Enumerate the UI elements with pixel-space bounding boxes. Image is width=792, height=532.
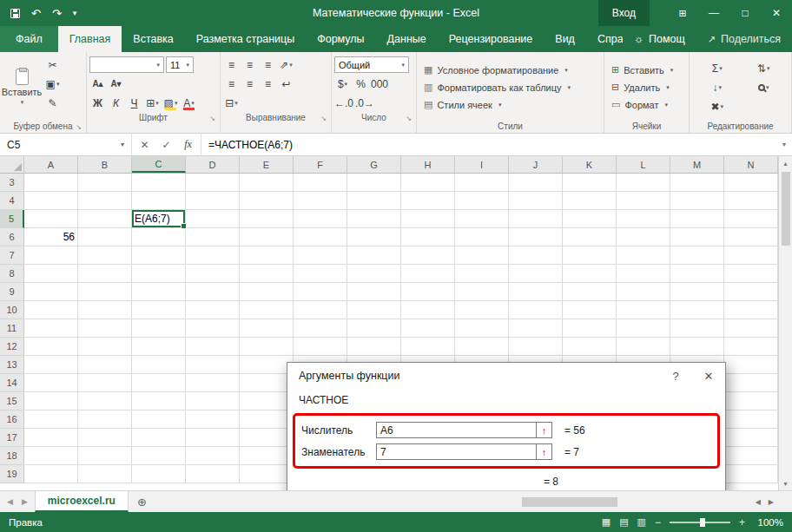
cell-A10[interactable]: [24, 301, 78, 319]
cell-I4[interactable]: [455, 192, 509, 210]
cell-N14[interactable]: [724, 374, 778, 392]
cell-E6[interactable]: [240, 228, 294, 246]
cell-H5[interactable]: [401, 210, 455, 228]
cancel-entry-icon[interactable]: ✕: [134, 139, 155, 151]
cell-M10[interactable]: [670, 301, 724, 319]
cell-E10[interactable]: [240, 301, 294, 319]
cell-E4[interactable]: [240, 192, 294, 210]
styles-menu-button[interactable]: ▤ Стили ячеек ▾: [419, 96, 601, 113]
styles-menu-button[interactable]: ▦ Условное форматирование ▾: [419, 62, 601, 78]
cell-E14[interactable]: [240, 374, 294, 392]
cell-C9[interactable]: [132, 283, 186, 301]
minimize-icon[interactable]: —: [698, 0, 729, 26]
dialog-help-icon[interactable]: ?: [659, 363, 692, 389]
cell-B11[interactable]: [78, 319, 132, 338]
cell-C15[interactable]: [132, 392, 186, 410]
cell-E3[interactable]: [240, 174, 294, 192]
cell-G3[interactable]: [347, 174, 401, 192]
row-header-13[interactable]: 13: [0, 356, 24, 374]
sheet-next-icon[interactable]: ▶: [22, 497, 28, 506]
decrease-decimal-button[interactable]: .0→: [355, 95, 374, 111]
cell-C18[interactable]: [132, 447, 186, 465]
column-header-N[interactable]: N: [724, 156, 778, 173]
column-header-D[interactable]: D: [186, 156, 240, 173]
cell-D7[interactable]: [186, 246, 240, 265]
cell-B15[interactable]: [78, 392, 132, 410]
dialog-launcher-icon[interactable]: ↘: [320, 115, 327, 122]
cell-I10[interactable]: [455, 301, 509, 319]
ribbon-display-options-icon[interactable]: ⊞: [667, 0, 698, 26]
cell-D13[interactable]: [186, 356, 240, 374]
wrap-text-button[interactable]: ↩: [278, 76, 294, 92]
signin-button[interactable]: Вход: [598, 0, 650, 26]
cell-B7[interactable]: [78, 246, 132, 265]
cell-J8[interactable]: [509, 265, 563, 283]
ribbon-tab[interactable]: Главная: [58, 26, 122, 52]
vertical-scrollbar[interactable]: ▲ ▼: [778, 156, 792, 490]
row-header-11[interactable]: 11: [0, 319, 24, 338]
cell-G9[interactable]: [347, 283, 401, 301]
cell-E15[interactable]: [240, 392, 294, 410]
row-header-16[interactable]: 16: [0, 410, 24, 429]
row-header-18[interactable]: 18: [0, 447, 24, 465]
row-header-12[interactable]: 12: [0, 338, 24, 356]
formula-bar-expand-icon[interactable]: ▾: [776, 134, 792, 155]
cell-A3[interactable]: [24, 174, 78, 192]
orientation-button[interactable]: ⇗▾: [278, 56, 294, 73]
cell-C6[interactable]: [132, 228, 186, 246]
cell-B3[interactable]: [78, 174, 132, 192]
row-header-8[interactable]: 8: [0, 265, 24, 283]
select-all-corner[interactable]: [0, 156, 24, 173]
sort-filter-button[interactable]: ⇅▾: [744, 60, 784, 76]
cell-K10[interactable]: [563, 301, 617, 319]
cell-D9[interactable]: [186, 283, 240, 301]
cell-B4[interactable]: [78, 192, 132, 210]
cell-N16[interactable]: [724, 410, 778, 429]
cell-E12[interactable]: [240, 338, 294, 356]
sheet-prev-icon[interactable]: ◀: [7, 497, 13, 506]
zoom-out-icon[interactable]: −: [655, 516, 661, 529]
cell-M12[interactable]: [670, 338, 724, 356]
align-right-button[interactable]: ≡: [260, 76, 276, 92]
tab-assistant[interactable]: ☼ Помощ: [623, 26, 696, 52]
cell-C8[interactable]: [132, 265, 186, 283]
cell-A5[interactable]: [24, 210, 78, 228]
cell-N3[interactable]: [724, 174, 778, 192]
comma-style-button[interactable]: 000: [371, 76, 388, 92]
cell-D12[interactable]: [186, 338, 240, 356]
cell-L7[interactable]: [617, 246, 670, 265]
cell-N17[interactable]: [724, 429, 778, 447]
zoom-level[interactable]: 100%: [754, 517, 783, 528]
cell-F8[interactable]: [294, 265, 347, 283]
cell-D6[interactable]: [186, 228, 240, 246]
cell-H3[interactable]: [401, 174, 455, 192]
merge-center-button[interactable]: ⊟▾: [223, 95, 240, 111]
cell-H9[interactable]: [401, 283, 455, 301]
autosum-button[interactable]: Σ▾: [697, 60, 737, 76]
formula-input[interactable]: =ЧАСТНОЕ(A6;7): [201, 134, 776, 155]
cell-I11[interactable]: [455, 319, 509, 338]
cell-D8[interactable]: [186, 265, 240, 283]
cell-B12[interactable]: [78, 338, 132, 356]
row-header-3[interactable]: 3: [0, 174, 24, 192]
row-header-15[interactable]: 15: [0, 392, 24, 410]
cell-N19[interactable]: [724, 465, 778, 483]
row-header-10[interactable]: 10: [0, 301, 24, 319]
cell-C3[interactable]: [132, 174, 186, 192]
column-header-A[interactable]: A: [24, 156, 78, 173]
cell-I12[interactable]: [455, 338, 509, 356]
cell-N4[interactable]: [724, 192, 778, 210]
scroll-up-icon[interactable]: ▲: [782, 156, 789, 170]
cell-L8[interactable]: [617, 265, 670, 283]
cell-E19[interactable]: [240, 465, 294, 483]
view-page-layout-icon[interactable]: ▤: [619, 516, 628, 528]
cell-F3[interactable]: [294, 174, 347, 192]
cell-G12[interactable]: [347, 338, 401, 356]
cell-F6[interactable]: [294, 228, 347, 246]
cell-A17[interactable]: [24, 429, 78, 447]
cell-C10[interactable]: [132, 301, 186, 319]
zoom-slider[interactable]: [670, 522, 730, 523]
scroll-down-icon[interactable]: ▼: [782, 476, 789, 490]
scroll-right-icon[interactable]: ▶: [766, 498, 776, 506]
cell-K4[interactable]: [563, 192, 617, 210]
